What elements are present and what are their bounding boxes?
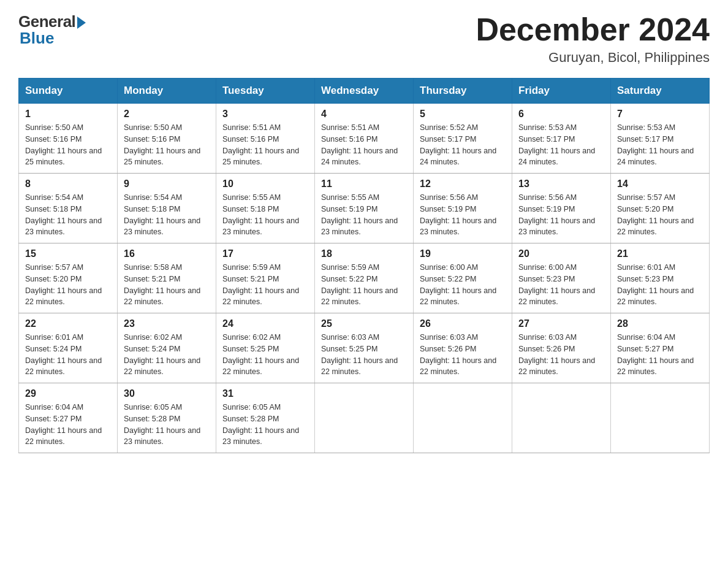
table-row: 11 Sunrise: 5:55 AM Sunset: 5:19 PM Dayl…: [315, 174, 414, 243]
day-info: Sunrise: 6:02 AM Sunset: 5:25 PM Dayligh…: [222, 332, 308, 378]
day-number: 9: [124, 178, 210, 190]
day-number: 11: [321, 178, 407, 190]
day-number: 28: [617, 318, 703, 329]
day-number: 1: [25, 109, 111, 120]
logo-blue-text: Blue: [20, 29, 54, 48]
day-number: 14: [617, 178, 703, 190]
day-number: 20: [518, 248, 604, 259]
day-number: 31: [222, 388, 308, 399]
table-row: [315, 383, 414, 453]
table-row: 19 Sunrise: 6:00 AM Sunset: 5:22 PM Dayl…: [414, 243, 512, 313]
day-number: 7: [617, 109, 703, 120]
col-tuesday: Tuesday: [216, 79, 315, 104]
table-row: 9 Sunrise: 5:54 AM Sunset: 5:18 PM Dayli…: [118, 174, 216, 243]
day-number: 13: [518, 178, 604, 190]
calendar-week-row: 29 Sunrise: 6:04 AM Sunset: 5:27 PM Dayl…: [19, 383, 710, 453]
location-subtitle: Guruyan, Bicol, Philippines: [476, 50, 710, 66]
calendar-header-row: Sunday Monday Tuesday Wednesday Thursday…: [19, 79, 710, 104]
day-number: 19: [420, 248, 506, 259]
day-info: Sunrise: 6:00 AM Sunset: 5:23 PM Dayligh…: [518, 262, 604, 308]
calendar-week-row: 22 Sunrise: 6:01 AM Sunset: 5:24 PM Dayl…: [19, 313, 710, 383]
logo-arrow-icon: [77, 17, 86, 29]
day-number: 18: [321, 248, 407, 259]
day-info: Sunrise: 6:04 AM Sunset: 5:27 PM Dayligh…: [25, 402, 111, 448]
table-row: 4 Sunrise: 5:51 AM Sunset: 5:16 PM Dayli…: [315, 104, 414, 174]
day-number: 30: [124, 388, 210, 399]
table-row: 23 Sunrise: 6:02 AM Sunset: 5:24 PM Dayl…: [118, 313, 216, 383]
day-info: Sunrise: 5:54 AM Sunset: 5:18 PM Dayligh…: [124, 192, 210, 238]
col-monday: Monday: [118, 79, 216, 104]
day-number: 21: [617, 248, 703, 259]
day-info: Sunrise: 5:56 AM Sunset: 5:19 PM Dayligh…: [518, 192, 604, 238]
table-row: 14 Sunrise: 5:57 AM Sunset: 5:20 PM Dayl…: [611, 174, 710, 243]
day-info: Sunrise: 5:53 AM Sunset: 5:17 PM Dayligh…: [518, 122, 604, 168]
day-number: 23: [124, 318, 210, 329]
table-row: 31 Sunrise: 6:05 AM Sunset: 5:28 PM Dayl…: [216, 383, 315, 453]
page-header: General Blue December 2024 Guruyan, Bico…: [18, 12, 710, 66]
table-row: 25 Sunrise: 6:03 AM Sunset: 5:25 PM Dayl…: [315, 313, 414, 383]
table-row: 17 Sunrise: 5:59 AM Sunset: 5:21 PM Dayl…: [216, 243, 315, 313]
day-info: Sunrise: 5:52 AM Sunset: 5:17 PM Dayligh…: [420, 122, 506, 168]
day-info: Sunrise: 5:59 AM Sunset: 5:21 PM Dayligh…: [222, 262, 308, 308]
day-number: 29: [25, 388, 111, 399]
table-row: 6 Sunrise: 5:53 AM Sunset: 5:17 PM Dayli…: [512, 104, 611, 174]
day-info: Sunrise: 5:55 AM Sunset: 5:18 PM Dayligh…: [222, 192, 308, 238]
table-row: 3 Sunrise: 5:51 AM Sunset: 5:16 PM Dayli…: [216, 104, 315, 174]
table-row: 13 Sunrise: 5:56 AM Sunset: 5:19 PM Dayl…: [512, 174, 611, 243]
day-number: 2: [124, 109, 210, 120]
calendar-week-row: 8 Sunrise: 5:54 AM Sunset: 5:18 PM Dayli…: [19, 174, 710, 243]
table-row: 15 Sunrise: 5:57 AM Sunset: 5:20 PM Dayl…: [19, 243, 118, 313]
calendar-week-row: 15 Sunrise: 5:57 AM Sunset: 5:20 PM Dayl…: [19, 243, 710, 313]
day-number: 17: [222, 248, 308, 259]
table-row: 22 Sunrise: 6:01 AM Sunset: 5:24 PM Dayl…: [19, 313, 118, 383]
day-info: Sunrise: 5:58 AM Sunset: 5:21 PM Dayligh…: [124, 262, 210, 308]
day-info: Sunrise: 5:54 AM Sunset: 5:18 PM Dayligh…: [25, 192, 111, 238]
col-wednesday: Wednesday: [315, 79, 414, 104]
day-info: Sunrise: 5:51 AM Sunset: 5:16 PM Dayligh…: [321, 122, 407, 168]
table-row: 24 Sunrise: 6:02 AM Sunset: 5:25 PM Dayl…: [216, 313, 315, 383]
calendar-table: Sunday Monday Tuesday Wednesday Thursday…: [18, 78, 710, 453]
day-info: Sunrise: 5:56 AM Sunset: 5:19 PM Dayligh…: [420, 192, 506, 238]
day-info: Sunrise: 5:50 AM Sunset: 5:16 PM Dayligh…: [25, 122, 111, 168]
day-number: 3: [222, 109, 308, 120]
table-row: 27 Sunrise: 6:03 AM Sunset: 5:26 PM Dayl…: [512, 313, 611, 383]
day-info: Sunrise: 6:02 AM Sunset: 5:24 PM Dayligh…: [124, 332, 210, 378]
day-number: 27: [518, 318, 604, 329]
table-row: 2 Sunrise: 5:50 AM Sunset: 5:16 PM Dayli…: [118, 104, 216, 174]
logo: General Blue: [18, 12, 86, 48]
table-row: 20 Sunrise: 6:00 AM Sunset: 5:23 PM Dayl…: [512, 243, 611, 313]
day-info: Sunrise: 6:03 AM Sunset: 5:26 PM Dayligh…: [518, 332, 604, 378]
col-sunday: Sunday: [19, 79, 118, 104]
table-row: [611, 383, 710, 453]
day-number: 10: [222, 178, 308, 190]
table-row: [414, 383, 512, 453]
day-number: 8: [25, 178, 111, 190]
table-row: 26 Sunrise: 6:03 AM Sunset: 5:26 PM Dayl…: [414, 313, 512, 383]
day-info: Sunrise: 6:05 AM Sunset: 5:28 PM Dayligh…: [222, 402, 308, 448]
month-title: December 2024: [476, 12, 710, 47]
table-row: 21 Sunrise: 6:01 AM Sunset: 5:23 PM Dayl…: [611, 243, 710, 313]
day-number: 4: [321, 109, 407, 120]
day-number: 26: [420, 318, 506, 329]
day-info: Sunrise: 5:50 AM Sunset: 5:16 PM Dayligh…: [124, 122, 210, 168]
day-info: Sunrise: 6:01 AM Sunset: 5:24 PM Dayligh…: [25, 332, 111, 378]
day-info: Sunrise: 5:53 AM Sunset: 5:17 PM Dayligh…: [617, 122, 703, 168]
day-info: Sunrise: 6:03 AM Sunset: 5:25 PM Dayligh…: [321, 332, 407, 378]
table-row: 10 Sunrise: 5:55 AM Sunset: 5:18 PM Dayl…: [216, 174, 315, 243]
day-number: 25: [321, 318, 407, 329]
title-section: December 2024 Guruyan, Bicol, Philippine…: [476, 12, 710, 66]
table-row: [512, 383, 611, 453]
day-info: Sunrise: 5:59 AM Sunset: 5:22 PM Dayligh…: [321, 262, 407, 308]
table-row: 28 Sunrise: 6:04 AM Sunset: 5:27 PM Dayl…: [611, 313, 710, 383]
table-row: 30 Sunrise: 6:05 AM Sunset: 5:28 PM Dayl…: [118, 383, 216, 453]
day-info: Sunrise: 6:01 AM Sunset: 5:23 PM Dayligh…: [617, 262, 703, 308]
table-row: 16 Sunrise: 5:58 AM Sunset: 5:21 PM Dayl…: [118, 243, 216, 313]
table-row: 5 Sunrise: 5:52 AM Sunset: 5:17 PM Dayli…: [414, 104, 512, 174]
day-number: 16: [124, 248, 210, 259]
day-info: Sunrise: 6:04 AM Sunset: 5:27 PM Dayligh…: [617, 332, 703, 378]
day-info: Sunrise: 5:57 AM Sunset: 5:20 PM Dayligh…: [25, 262, 111, 308]
col-thursday: Thursday: [414, 79, 512, 104]
table-row: 1 Sunrise: 5:50 AM Sunset: 5:16 PM Dayli…: [19, 104, 118, 174]
col-friday: Friday: [512, 79, 611, 104]
day-number: 22: [25, 318, 111, 329]
